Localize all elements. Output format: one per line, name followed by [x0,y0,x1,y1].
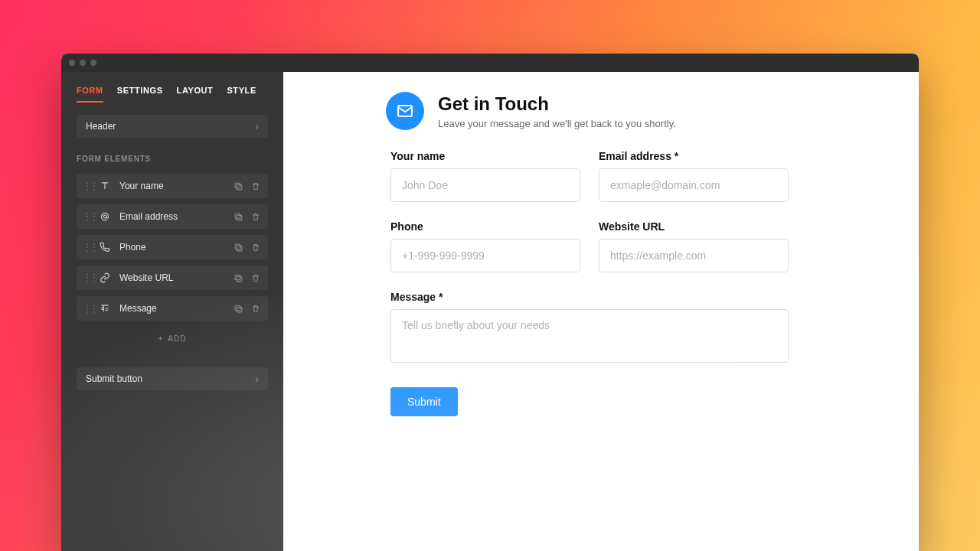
chevron-right-icon: › [255,373,259,385]
svg-rect-10 [235,305,240,311]
textarea-icon [98,303,112,314]
tab-layout[interactable]: LAYOUT [177,86,214,103]
element-item-email[interactable]: ⋮⋮ Email address [77,204,268,229]
delete-icon[interactable] [251,273,260,283]
section-label-form-elements: FORM ELEMENTS [77,155,268,163]
submit-button[interactable]: Submit [390,387,458,416]
field-label: Email address * [599,150,789,162]
duplicate-icon[interactable] [234,304,243,314]
drag-handle-icon[interactable]: ⋮⋮ [83,306,90,311]
delete-icon[interactable] [251,212,260,222]
svg-rect-8 [235,275,240,280]
svg-rect-3 [237,215,242,220]
element-label: Message [119,303,226,314]
field-message: Message * [390,291,789,366]
tab-settings[interactable]: SETTINGS [117,86,163,103]
phone-icon [98,242,112,253]
window-dot-min[interactable] [80,60,86,66]
svg-rect-7 [237,276,242,282]
form-subtitle: Leave your message and we'll get back to… [438,118,676,129]
drag-handle-icon[interactable]: ⋮⋮ [83,184,90,188]
sidebar-item-label: Header [86,121,116,132]
chevron-right-icon: › [255,120,259,132]
form-elements-list: ⋮⋮ Your name ⋮⋮ [77,174,268,321]
element-item-name[interactable]: ⋮⋮ Your name [77,174,268,198]
name-input[interactable] [390,168,580,202]
delete-icon[interactable] [251,181,260,191]
sidebar-item-header[interactable]: Header › [77,115,268,138]
field-email: Email address * [599,150,789,202]
duplicate-icon[interactable] [234,243,243,253]
sidebar: FORM SETTINGS LAYOUT STYLE Header › FORM… [61,72,283,551]
add-element-button[interactable]: ADD [77,334,268,343]
at-icon [98,211,112,222]
field-label: Message * [390,291,789,303]
field-label: Website URL [599,220,789,233]
mail-icon [386,92,424,130]
text-icon [98,181,112,191]
form-title: Get in Touch [438,93,676,115]
delete-icon[interactable] [251,243,260,253]
drag-handle-icon[interactable]: ⋮⋮ [83,245,90,249]
window-dot-close[interactable] [69,60,75,66]
svg-rect-6 [235,244,240,249]
duplicate-icon[interactable] [234,212,243,222]
svg-rect-0 [237,184,242,190]
field-label: Phone [390,220,580,233]
sidebar-tabs: FORM SETTINGS LAYOUT STYLE [61,72,283,103]
form-header: Get in Touch Leave your message and we'l… [386,92,784,130]
form-preview: Get in Touch Leave your message and we'l… [283,72,919,551]
svg-rect-9 [237,307,242,312]
url-input[interactable] [599,239,789,272]
window-titlebar [61,54,919,72]
element-label: Website URL [119,272,226,283]
field-name: Your name [390,150,580,202]
drag-handle-icon[interactable]: ⋮⋮ [83,214,90,219]
duplicate-icon[interactable] [234,181,243,191]
svg-rect-4 [235,214,240,219]
tab-form[interactable]: FORM [77,86,103,103]
email-input[interactable] [599,168,789,202]
element-item-message[interactable]: ⋮⋮ Message [77,296,268,321]
delete-icon[interactable] [251,304,260,314]
drag-handle-icon[interactable]: ⋮⋮ [83,276,90,280]
window-dot-max[interactable] [90,60,96,66]
element-item-url[interactable]: ⋮⋮ Website URL [77,266,268,290]
field-url: Website URL [599,220,789,272]
app-window: FORM SETTINGS LAYOUT STYLE Header › FORM… [61,54,919,551]
svg-rect-1 [235,183,240,188]
sidebar-item-submit[interactable]: Submit button › [77,367,268,390]
duplicate-icon[interactable] [234,273,243,283]
element-item-phone[interactable]: ⋮⋮ Phone [77,235,268,259]
element-label: Your name [119,181,226,191]
tab-style[interactable]: STYLE [227,86,256,103]
message-input[interactable] [390,309,789,363]
workspace: FORM SETTINGS LAYOUT STYLE Header › FORM… [61,72,919,551]
svg-rect-5 [237,246,242,251]
link-icon [98,272,112,283]
element-label: Phone [119,242,226,253]
field-phone: Phone [390,220,580,272]
element-label: Email address [119,211,226,222]
field-label: Your name [390,150,580,162]
phone-input[interactable] [390,239,580,272]
sidebar-item-label: Submit button [86,373,142,384]
